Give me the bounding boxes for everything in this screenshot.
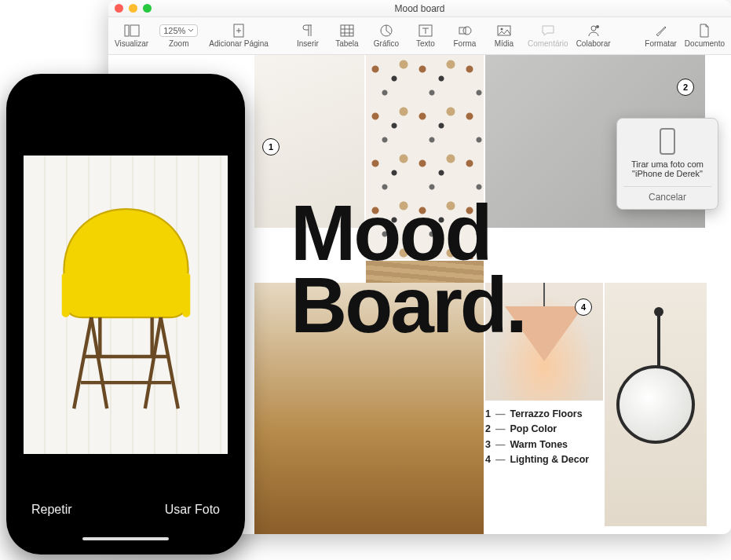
add-page-icon xyxy=(230,22,247,39)
chart-icon xyxy=(378,22,395,39)
svg-point-7 xyxy=(463,27,471,35)
svg-rect-0 xyxy=(125,25,129,36)
comment-button: Comentário xyxy=(526,20,570,49)
chevron-down-icon xyxy=(188,27,194,34)
badge-4: 4 xyxy=(575,298,592,316)
home-indicator[interactable] xyxy=(82,537,169,540)
use-photo-button[interactable]: Usar Foto xyxy=(165,503,220,517)
zoom-select[interactable]: 125% Zoom xyxy=(155,20,203,49)
svg-rect-3 xyxy=(341,25,353,36)
view-button[interactable]: Visualizar xyxy=(113,20,150,49)
media-icon xyxy=(495,22,513,39)
legend-row: 4—Lighting & Decor xyxy=(485,452,589,467)
cancel-button[interactable]: Cancelar xyxy=(623,186,711,203)
text-button[interactable]: Texto xyxy=(408,20,443,49)
toolbar: Visualizar 125% Zoom Adicionar Página In… xyxy=(108,17,731,55)
comment-icon xyxy=(539,22,557,39)
page-title[interactable]: Mood Board. xyxy=(291,196,525,341)
add-page-button[interactable]: Adicionar Página xyxy=(207,20,270,49)
captured-photo xyxy=(24,156,228,454)
collaborate-button[interactable]: Colaborar xyxy=(575,20,612,49)
svg-point-11 xyxy=(596,25,599,28)
continuity-camera-popover: Tirar uma foto com "iPhone de Derek" Can… xyxy=(616,118,718,210)
camera-bottom-bar: Repetir Usar Foto xyxy=(16,487,236,545)
legend-row: 2—Pop Color xyxy=(485,422,589,437)
insert-button[interactable]: Inserir xyxy=(291,20,325,49)
shape-button[interactable]: Forma xyxy=(448,20,482,49)
shape-icon xyxy=(456,22,473,39)
text-icon xyxy=(417,22,434,39)
chart-button[interactable]: Gráfico xyxy=(369,20,404,49)
table-button[interactable]: Tabela xyxy=(330,20,364,49)
format-button[interactable]: Formatar xyxy=(643,20,678,49)
svg-point-10 xyxy=(591,26,596,31)
mirror-icon xyxy=(616,365,695,444)
view-icon xyxy=(123,22,141,39)
legend-row: 1—Terrazzo Floors xyxy=(485,407,589,422)
iphone-screen: Repetir Usar Foto xyxy=(16,83,236,545)
image-mirror[interactable] xyxy=(605,283,707,526)
phone-icon xyxy=(660,128,675,155)
retake-button[interactable]: Repetir xyxy=(31,503,72,517)
badge-2: 2 xyxy=(677,79,694,96)
svg-rect-6 xyxy=(459,27,466,34)
chair-icon xyxy=(39,192,213,417)
document-icon xyxy=(696,22,713,39)
svg-rect-1 xyxy=(130,25,139,36)
popover-text: Tirar uma foto com "iPhone de Derek" xyxy=(623,159,711,178)
collaborate-icon xyxy=(585,22,602,39)
iphone-device: Repetir Usar Foto xyxy=(6,74,245,555)
notch xyxy=(71,83,181,102)
window-title: Mood board xyxy=(108,3,731,14)
svg-point-9 xyxy=(500,28,503,31)
document-button[interactable]: Documento xyxy=(683,20,726,49)
legend: 1—Terrazzo Floors 2—Pop Color 3—Warm Ton… xyxy=(485,407,589,468)
legend-row: 3—Warm Tones xyxy=(485,437,589,452)
pilcrow-icon xyxy=(299,22,316,39)
titlebar: Mood board xyxy=(108,0,731,17)
camera-preview xyxy=(16,83,236,545)
badge-1: 1 xyxy=(262,138,280,156)
brush-icon xyxy=(652,22,670,39)
table-icon xyxy=(338,22,356,39)
media-button[interactable]: Mídia xyxy=(487,20,521,49)
